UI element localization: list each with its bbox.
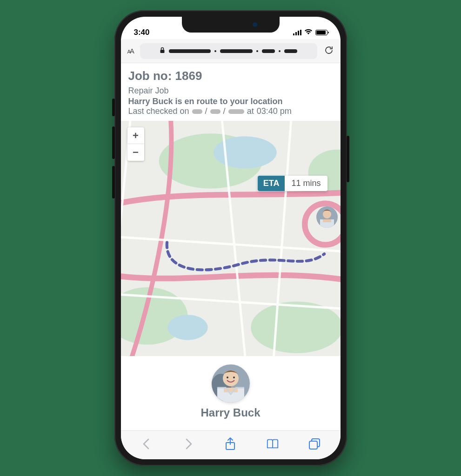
svg-point-11 xyxy=(323,210,331,218)
map-zoom-controls: + − xyxy=(127,127,144,161)
battery-icon xyxy=(315,30,327,35)
technician-pin-avatar xyxy=(316,206,338,228)
zoom-out-button[interactable]: − xyxy=(127,144,144,161)
svg-rect-13 xyxy=(323,219,331,222)
svg-point-7 xyxy=(167,315,207,340)
svg-rect-0 xyxy=(160,50,165,53)
power-button xyxy=(347,136,349,182)
volume-down-button xyxy=(112,166,115,198)
job-number: Job no: 1869 xyxy=(128,69,333,83)
job-header: Job no: 1869 Repair Job Harry Buck is en… xyxy=(121,63,341,121)
eta-badge: ETA 11 mins xyxy=(258,176,327,191)
address-field[interactable] xyxy=(140,43,317,59)
url-redacted xyxy=(284,49,297,53)
share-button[interactable] xyxy=(224,437,237,450)
job-type: Repair Job xyxy=(128,86,333,96)
browser-url-bar: AA xyxy=(121,39,341,63)
status-time: 3:40 xyxy=(134,28,150,37)
svg-point-17 xyxy=(227,377,228,378)
date-redacted xyxy=(192,109,202,114)
tracking-map[interactable]: + − ETA 11 mins xyxy=(121,121,341,356)
eta-value: 11 mins xyxy=(285,176,327,191)
back-button[interactable] xyxy=(140,437,153,450)
technician-avatar xyxy=(212,364,250,403)
eta-label: ETA xyxy=(258,176,285,191)
svg-point-18 xyxy=(233,377,235,378)
reload-button[interactable] xyxy=(324,45,334,57)
enroute-status: Harry Buck is en route to your location xyxy=(128,97,333,106)
bookmarks-button[interactable] xyxy=(266,437,279,450)
volume-up-button xyxy=(112,126,115,159)
phone-notch xyxy=(182,17,280,33)
technician-card: Harry Buck xyxy=(121,356,341,430)
date-redacted xyxy=(210,109,220,114)
date-redacted xyxy=(228,109,244,114)
browser-toolbar xyxy=(121,430,341,459)
text-size-button[interactable]: AA xyxy=(127,47,134,55)
svg-point-4 xyxy=(251,302,341,353)
url-redacted xyxy=(220,49,253,53)
svg-rect-22 xyxy=(309,441,317,449)
last-checked: Last checked on // at 03:40 pm xyxy=(128,106,333,116)
page-content: Job no: 1869 Repair Job Harry Buck is en… xyxy=(121,63,341,430)
lock-icon xyxy=(160,47,165,55)
mute-switch xyxy=(112,99,115,116)
forward-button[interactable] xyxy=(182,437,195,450)
wifi-icon xyxy=(304,28,313,37)
zoom-in-button[interactable]: + xyxy=(127,127,144,144)
cellular-signal-icon xyxy=(293,30,301,35)
url-redacted xyxy=(169,49,211,53)
tabs-button[interactable] xyxy=(308,437,321,450)
url-redacted xyxy=(262,49,275,53)
technician-name: Harry Buck xyxy=(200,406,260,419)
phone-frame: 3:40 AA xyxy=(114,10,347,466)
